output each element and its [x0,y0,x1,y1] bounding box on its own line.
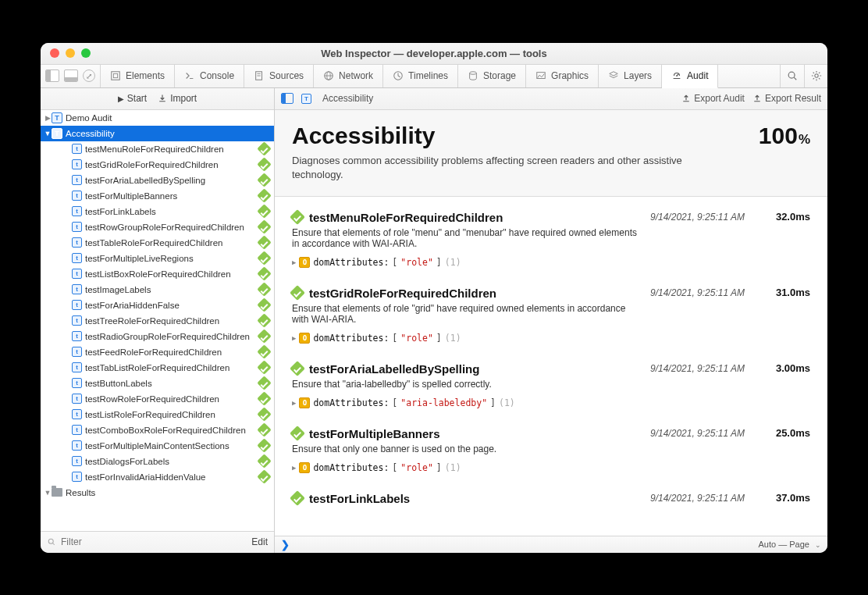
search-button[interactable] [781,65,804,87]
start-button[interactable]: ▶ Start [118,93,147,104]
test-duration: 25.0ms [763,427,810,439]
main-scroll[interactable]: Accessibility Diagnoses common accessibi… [275,110,827,536]
sidebar-tree[interactable]: ▶ T Demo Audit ▼ T Accessibility ttestMe… [41,110,274,531]
test-icon: t [72,144,82,154]
test-icon: t [72,331,82,341]
tab-timelines[interactable]: Timelines [383,65,458,87]
dom-attributes-row[interactable]: ▶ O domAttributes: ["role"] (1) [292,333,639,344]
tree-label: testFeedRoleForRequiredChildren [85,347,259,357]
window-minimize-button[interactable] [66,48,75,58]
tree-item-test[interactable]: ttestForAriaHiddenFalse [41,298,274,313]
export-icon [752,94,762,103]
tree-item-accessibility[interactable]: ▼ T Accessibility [41,126,274,141]
tree-item-test[interactable]: ttestButtonLabels [41,376,274,391]
svg-line-24 [813,78,813,79]
window-close-button[interactable] [50,48,59,58]
pass-badge-icon [290,209,305,225]
tab-storage[interactable]: Storage [458,65,526,87]
disclosure-triangle-icon[interactable]: ▶ [292,258,296,266]
tree-item-test[interactable]: ttestTabListRoleForRequiredChildren [41,360,274,376]
tab-network[interactable]: Network [314,65,383,87]
filter-input[interactable] [61,536,247,547]
dock-bottom-button[interactable] [64,69,78,82]
tab-layers[interactable]: Layers [599,65,662,87]
tab-label: Console [200,70,234,81]
tree-item-demo-audit[interactable]: ▶ T Demo Audit [41,110,274,126]
test-duration: 37.0ms [763,492,810,504]
tab-sources[interactable]: Sources [244,65,314,87]
tree-item-test[interactable]: ttestRowRoleForRequiredChildren [41,391,274,407]
tree-item-test[interactable]: ttestRadioGroupRoleForRequiredChildren [41,329,274,344]
results-score: 100% [759,123,810,149]
export-audit-label: Export Audit [694,93,745,104]
edit-button[interactable]: Edit [251,536,268,547]
sidebar: ▶ Start Import ▶ T Demo Audit ▼ T Access [41,88,275,553]
results-description: Diagnoses common accessibility problems … [292,154,729,182]
export-result-button[interactable]: Export Result [752,93,821,104]
svg-point-13 [676,75,678,77]
tree-item-test[interactable]: ttestImageLabels [41,282,274,298]
test-name: testForAriaLabelledBySpelling [309,362,479,376]
test-icon: t [72,315,82,326]
window-maximize-button[interactable] [81,48,91,58]
test-name: testMenuRoleForRequiredChildren [309,211,503,224]
breadcrumb: Accessibility [322,93,373,104]
tree-item-results[interactable]: ▼ Results [41,485,274,501]
disclosure-triangle-icon[interactable]: ▶ [292,464,296,472]
console-prompt-icon[interactable]: ❯ [281,539,290,550]
disclosure-triangle-icon[interactable]: ▶ [44,114,52,122]
test-name-row: testForAriaLabelledBySpelling [292,362,639,376]
tree-item-test[interactable]: ttestForMultipleMainContentSections [41,438,274,454]
score-value: 100 [759,123,798,149]
pass-badge-icon [257,469,271,483]
tree-item-test[interactable]: ttestMenuRoleForRequiredChildren [41,141,274,157]
tree-item-test[interactable]: ttestTableRoleForRequiredChildren [41,235,274,251]
tree-label: testTreeRoleForRequiredChildren [85,316,259,326]
disclosure-triangle-icon[interactable]: ▶ [292,399,296,407]
emulation-mode-button[interactable]: Auto — Page ⌄ [759,540,822,549]
console-icon [184,70,195,81]
tab-audit[interactable]: Audit [662,65,718,88]
tree-item-test[interactable]: ttestTreeRoleForRequiredChildren [41,313,274,329]
tree-item-test[interactable]: ttestForLinkLabels [41,204,274,219]
disclosure-triangle-icon[interactable]: ▼ [44,130,52,137]
network-icon [323,70,334,81]
tree-item-test[interactable]: ttestForAriaLabelledBySpelling [41,173,274,188]
disclosure-triangle-icon[interactable]: ▼ [44,489,52,497]
pass-badge-icon [257,188,271,202]
pass-badge-icon [257,298,271,312]
disclosure-triangle-icon[interactable]: ▶ [292,334,296,342]
export-audit-button[interactable]: Export Audit [681,93,745,104]
dom-attr-count: (1) [445,462,461,473]
dom-attributes-row[interactable]: ▶ O domAttributes: ["role"] (1) [292,257,639,268]
dock-popout-button[interactable]: ⤢ [83,69,95,82]
tree-label: testForInvalidAriaHiddenValue [85,472,259,482]
tree-item-test[interactable]: ttestFeedRoleForRequiredChildren [41,344,274,360]
test-description: Ensure that "aria-labelledby" is spelled… [292,379,639,390]
dock-left-button[interactable] [45,69,59,82]
tree-item-test[interactable]: ttestForMultipleBanners [41,188,274,204]
dom-attributes-row[interactable]: ▶ O domAttributes: ["role"] (1) [292,462,639,473]
settings-button[interactable] [804,65,827,87]
tree-item-test[interactable]: ttestForMultipleLiveRegions [41,251,274,266]
test-meta: 9/14/2021, 9:25:11 AM 37.0ms [650,492,810,504]
tree-label: Results [66,488,269,497]
tree-item-test[interactable]: ttestListBoxRoleForRequiredChildren [41,266,274,282]
dom-attr-label: domAttributes: [313,397,389,408]
svg-line-27 [53,543,55,545]
import-button[interactable]: Import [158,93,197,104]
tree-item-test[interactable]: ttestComboBoxRoleForRequiredChildren [41,422,274,438]
tree-item-test[interactable]: ttestDialogsForLabels [41,454,274,469]
tree-item-test[interactable]: ttestListRoleForRequiredChildren [41,407,274,422]
tree-item-test[interactable]: ttestForInvalidAriaHiddenValue [41,469,274,485]
tab-console[interactable]: Console [175,65,244,87]
svg-marker-12 [610,72,618,76]
tree-item-test[interactable]: ttestRowGroupRoleForRequiredChildren [41,219,274,235]
tab-graphics[interactable]: Graphics [526,65,599,87]
test-name: testForMultipleBanners [309,427,440,440]
tab-elements[interactable]: Elements [101,65,175,87]
test-icon: t [72,284,82,294]
toggle-sidebar-button[interactable] [281,93,293,104]
dom-attributes-row[interactable]: ▶ O domAttributes: ["aria-labeledby"] (1… [292,397,639,408]
tree-item-test[interactable]: ttestGridRoleForRequiredChildren [41,157,274,173]
